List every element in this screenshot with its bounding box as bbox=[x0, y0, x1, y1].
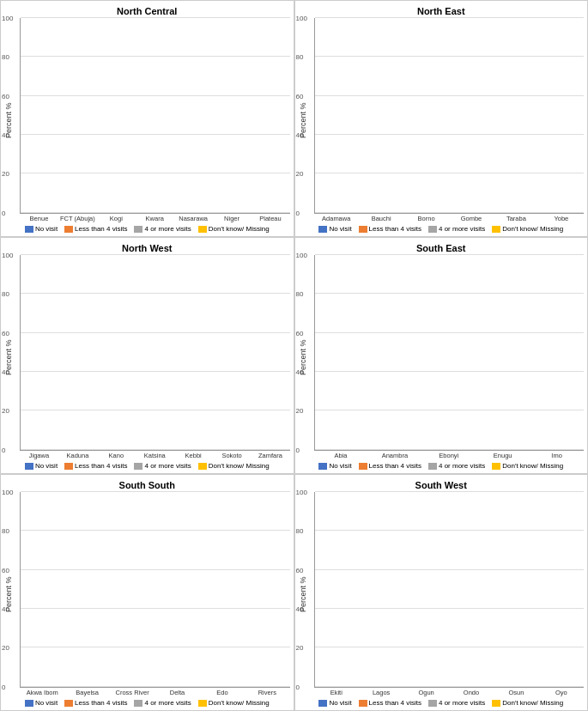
panel-title-north-west: North West bbox=[122, 243, 172, 253]
legend-item: Less than 4 visits bbox=[359, 225, 421, 233]
legend-item: No visit bbox=[318, 699, 351, 707]
legend-label: No visit bbox=[35, 699, 58, 707]
legend-color-orange bbox=[359, 463, 367, 470]
legend-item: Less than 4 visits bbox=[359, 462, 421, 470]
legend-item: No visit bbox=[25, 462, 58, 470]
x-label: Borno bbox=[403, 216, 448, 222]
panel-south-east: South EastPercent %020406080100AbiaAnamb… bbox=[294, 237, 589, 474]
legend-item: Don't know/ Missing bbox=[198, 462, 270, 470]
x-label: Benue bbox=[20, 216, 58, 222]
x-label: Anambra bbox=[367, 453, 421, 459]
legend-label: Less than 4 visits bbox=[369, 225, 421, 233]
legend-label: No visit bbox=[329, 462, 351, 470]
x-label: Kogi bbox=[97, 216, 136, 222]
x-label: Kano bbox=[97, 453, 136, 459]
x-label: Taraba bbox=[494, 216, 538, 222]
legend-label: 4 or more visits bbox=[144, 462, 191, 470]
y-axis-label: Percent % bbox=[4, 255, 16, 459]
x-label: Bauchi bbox=[359, 216, 403, 222]
legend-color-yellow bbox=[198, 700, 207, 707]
y-axis-label: Percent % bbox=[4, 492, 16, 696]
bars-area: 020406080100 bbox=[20, 18, 290, 214]
legend-label: Don't know/ Missing bbox=[502, 225, 563, 233]
legend-label: Don't know/ Missing bbox=[209, 699, 270, 707]
legend: No visitLess than 4 visits4 or more visi… bbox=[25, 699, 270, 707]
charts-grid: North CentralPercent %020406080100BenueF… bbox=[0, 0, 588, 711]
panel-title-south-south: South South bbox=[119, 480, 175, 490]
legend-label: 4 or more visits bbox=[439, 225, 485, 233]
panel-title-south-east: South East bbox=[416, 243, 465, 253]
x-label: Sokoto bbox=[213, 453, 252, 459]
legend-label: 4 or more visits bbox=[144, 699, 191, 707]
x-label: Gombe bbox=[449, 216, 494, 222]
legend-color-gray bbox=[134, 463, 142, 470]
legend-item: 4 or more visits bbox=[134, 462, 191, 470]
legend: No visitLess than 4 visits4 or more visi… bbox=[25, 462, 270, 470]
x-label: Edo bbox=[200, 690, 245, 696]
legend: No visitLess than 4 visits4 or more visi… bbox=[318, 462, 563, 470]
legend-item: No visit bbox=[25, 225, 58, 233]
x-label: Delta bbox=[155, 690, 199, 696]
legend-label: Less than 4 visits bbox=[369, 699, 421, 707]
legend-item: Don't know/ Missing bbox=[198, 699, 270, 707]
legend-item: 4 or more visits bbox=[428, 462, 485, 470]
legend-label: Less than 4 visits bbox=[75, 462, 127, 470]
bars-area: 020406080100 bbox=[20, 492, 290, 688]
legend-label: Don't know/ Missing bbox=[502, 462, 563, 470]
legend-color-blue bbox=[318, 463, 327, 470]
x-label: Ebonyi bbox=[421, 453, 476, 459]
x-label: Yobe bbox=[539, 216, 584, 222]
legend-color-gray bbox=[134, 226, 142, 233]
legend-color-gray bbox=[428, 700, 437, 707]
legend: No visitLess than 4 visits4 or more visi… bbox=[318, 699, 563, 707]
x-label: Lagos bbox=[359, 690, 403, 696]
legend-item: Don't know/ Missing bbox=[492, 699, 563, 707]
x-label: Akwa Ibom bbox=[20, 690, 64, 696]
x-label: Abia bbox=[314, 453, 368, 459]
x-label: Osun bbox=[494, 690, 538, 696]
x-label: Kebbi bbox=[174, 453, 213, 459]
legend-color-yellow bbox=[492, 226, 500, 233]
legend-label: Less than 4 visits bbox=[75, 699, 127, 707]
x-label: Adamawa bbox=[314, 216, 359, 222]
legend-color-yellow bbox=[492, 463, 500, 470]
legend-color-blue bbox=[25, 463, 33, 470]
y-axis-label: Percent % bbox=[299, 255, 311, 459]
legend-label: Don't know/ Missing bbox=[502, 699, 563, 707]
x-label: Jigawa bbox=[20, 453, 58, 459]
bars-area: 020406080100 bbox=[314, 18, 585, 214]
y-axis-label: Percent % bbox=[299, 18, 311, 222]
legend-color-gray bbox=[428, 463, 437, 470]
legend-color-orange bbox=[359, 226, 367, 233]
legend-label: 4 or more visits bbox=[144, 225, 191, 233]
legend-item: Don't know/ Missing bbox=[198, 225, 270, 233]
x-label: Nasarawa bbox=[174, 216, 213, 222]
x-label: Zamfara bbox=[252, 453, 290, 459]
x-label: Niger bbox=[213, 216, 252, 222]
legend-item: No visit bbox=[318, 462, 351, 470]
legend-label: No visit bbox=[35, 225, 58, 233]
legend-item: Don't know/ Missing bbox=[492, 462, 563, 470]
legend-label: No visit bbox=[329, 699, 351, 707]
x-label: Rivers bbox=[245, 690, 289, 696]
x-label: Bayelsa bbox=[64, 690, 109, 696]
panel-north-west: North WestPercent %020406080100JigawaKad… bbox=[0, 237, 294, 474]
legend-color-gray bbox=[134, 700, 142, 707]
x-label: Kaduna bbox=[58, 453, 97, 459]
x-label: Enugu bbox=[476, 453, 530, 459]
legend-color-blue bbox=[25, 226, 33, 233]
x-label: Oyo bbox=[539, 690, 584, 696]
y-axis-label: Percent % bbox=[4, 18, 16, 222]
legend-label: 4 or more visits bbox=[439, 462, 485, 470]
legend-color-orange bbox=[64, 463, 73, 470]
legend-color-orange bbox=[359, 700, 367, 707]
legend-item: Don't know/ Missing bbox=[492, 225, 563, 233]
bars-area: 020406080100 bbox=[314, 492, 585, 688]
legend-color-blue bbox=[25, 700, 33, 707]
x-label: Cross River bbox=[110, 690, 155, 696]
legend-label: Less than 4 visits bbox=[75, 225, 127, 233]
legend-item: Less than 4 visits bbox=[64, 699, 127, 707]
legend-color-orange bbox=[64, 700, 73, 707]
bars-area: 020406080100 bbox=[20, 255, 290, 451]
panel-title-north-central: North Central bbox=[117, 6, 177, 16]
